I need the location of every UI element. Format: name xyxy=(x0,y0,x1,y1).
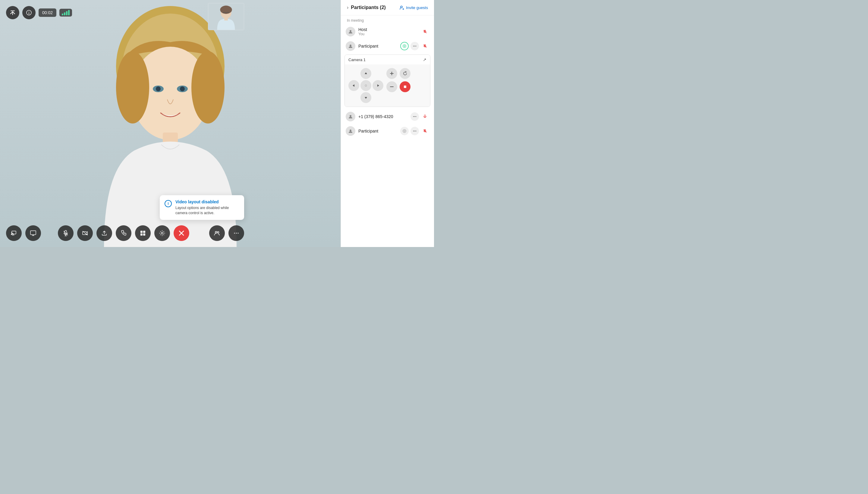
svg-point-40 xyxy=(414,46,415,46)
svg-point-49 xyxy=(350,130,351,131)
camera-button[interactable] xyxy=(77,225,93,241)
camera-up-button[interactable] xyxy=(361,68,371,79)
camera-zoom-in-button[interactable] xyxy=(386,68,397,79)
zoom-out-icon xyxy=(389,84,394,89)
camera-dpad xyxy=(348,68,383,103)
phone-icon xyxy=(120,230,127,236)
up-arrow-icon xyxy=(364,72,368,75)
camera-controls-body xyxy=(345,64,430,107)
svg-point-25 xyxy=(161,232,163,234)
share-icon xyxy=(10,10,16,16)
zoom-in-icon xyxy=(389,71,394,76)
toast-content: Video layout disabled Layout options are… xyxy=(176,200,239,216)
camera-right-button[interactable] xyxy=(372,80,383,91)
mic-icon xyxy=(62,230,69,236)
participants-panel-button[interactable] xyxy=(209,225,225,241)
participant1-info: Participant xyxy=(358,44,397,49)
info-icon xyxy=(26,10,32,16)
camera-zoom-out-button[interactable] xyxy=(386,81,397,92)
svg-point-41 xyxy=(415,46,416,46)
svg-point-7 xyxy=(156,87,161,91)
camera-center-button[interactable] xyxy=(361,80,371,91)
thumb-video xyxy=(208,3,244,30)
svg-point-53 xyxy=(415,131,416,131)
svg-point-48 xyxy=(415,116,416,117)
svg-point-37 xyxy=(350,44,351,46)
svg-point-35 xyxy=(350,30,351,32)
invite-guests-button[interactable]: Invite guests xyxy=(399,5,428,10)
dpad-empty-bl xyxy=(348,92,359,103)
bar-4 xyxy=(68,10,70,15)
toast-info-icon: i xyxy=(165,200,172,207)
participant2-camera-button[interactable] xyxy=(400,127,409,135)
camera-panel-expand-button[interactable]: ↗ xyxy=(423,57,426,62)
phone-mic-icon xyxy=(423,114,427,119)
svg-rect-23 xyxy=(141,233,143,235)
participant2-cam-icon xyxy=(402,129,407,133)
camera-left-button[interactable] xyxy=(348,80,359,91)
participant2-name: Participant xyxy=(358,129,397,133)
share-screen-button[interactable] xyxy=(6,6,19,19)
invite-label: Invite guests xyxy=(406,5,428,10)
svg-point-32 xyxy=(236,233,237,234)
video-area: 00:02 xyxy=(0,0,340,247)
phone-name: +1 (379) 865-4320 xyxy=(358,114,407,119)
svg-point-33 xyxy=(238,233,239,234)
signal-strength xyxy=(59,9,72,17)
camera-control-button[interactable] xyxy=(400,42,409,50)
svg-point-43 xyxy=(365,84,367,87)
phone-mute-icon xyxy=(421,112,429,121)
camera-ctrl-icon xyxy=(402,44,407,48)
in-meeting-label: In meeting xyxy=(341,15,434,24)
sidebar-title: Participants (2) xyxy=(351,5,386,10)
expand-icon[interactable]: › xyxy=(347,5,348,10)
svg-rect-21 xyxy=(141,231,143,233)
mute-icon xyxy=(423,29,427,34)
svg-point-47 xyxy=(414,116,415,117)
center-icon xyxy=(364,84,368,87)
share-button[interactable] xyxy=(96,225,112,241)
participant1-avatar-icon xyxy=(348,44,353,49)
participant1-more-button[interactable] xyxy=(410,42,419,50)
down-arrow-icon xyxy=(364,96,368,99)
phone-button[interactable] xyxy=(116,225,131,241)
invite-icon xyxy=(399,5,404,10)
participant-row-1: Participant xyxy=(341,39,434,53)
host-actions xyxy=(421,27,429,36)
svg-point-39 xyxy=(413,46,414,46)
svg-point-4 xyxy=(191,51,224,124)
info-button[interactable] xyxy=(22,6,36,19)
settings-button[interactable] xyxy=(154,225,170,241)
participant1-avatar xyxy=(346,41,355,51)
participant2-actions xyxy=(400,127,429,135)
grid-button[interactable] xyxy=(135,225,151,241)
svg-point-8 xyxy=(180,87,185,91)
svg-point-52 xyxy=(414,131,415,131)
phone-actions xyxy=(410,112,429,121)
dpad-empty-tr xyxy=(372,68,383,79)
phone-info: +1 (379) 865-4320 xyxy=(358,114,407,119)
mic-button[interactable] xyxy=(58,225,74,241)
camera-down-button[interactable] xyxy=(361,92,371,103)
participant-row-host: Host You xyxy=(341,24,434,39)
bar-2 xyxy=(64,12,66,15)
participant2-more-button[interactable] xyxy=(410,127,419,135)
participant-row-2: Participant xyxy=(341,124,434,138)
svg-rect-22 xyxy=(143,231,145,233)
end-call-button[interactable] xyxy=(173,225,189,241)
svg-point-51 xyxy=(413,131,414,131)
svg-point-45 xyxy=(350,115,351,117)
settings-icon xyxy=(159,230,165,236)
share-content-icon xyxy=(101,230,108,236)
camera-refresh-button[interactable] xyxy=(400,68,410,79)
top-controls: 00:02 xyxy=(6,6,72,19)
phone-more-button[interactable] xyxy=(410,112,419,121)
more-icon xyxy=(233,230,240,236)
host-avatar-icon xyxy=(348,29,353,34)
bar-1 xyxy=(62,14,63,15)
more-button[interactable] xyxy=(228,225,244,241)
timer-display: 00:02 xyxy=(39,8,56,17)
participants-sidebar: › Participants (2) Invite guests In meet… xyxy=(340,0,434,247)
stop-icon xyxy=(403,84,407,89)
camera-stop-button[interactable] xyxy=(400,81,410,92)
